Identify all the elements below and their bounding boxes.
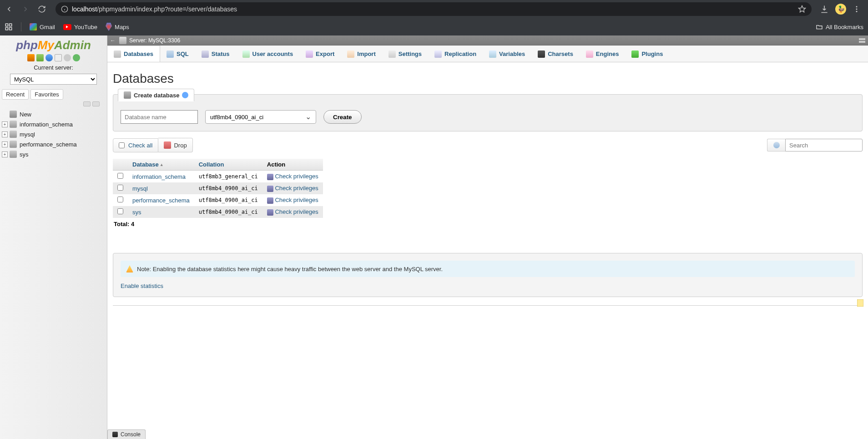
header-database[interactable]: Database	[132, 161, 159, 168]
check-privileges-link[interactable]: Check privileges	[275, 173, 318, 180]
check-all-box[interactable]: Check all	[113, 138, 158, 152]
tab-engines[interactable]: Engines	[580, 45, 626, 62]
create-database-panel: Create database utf8mb4_0900_ai_ci Creat…	[113, 94, 863, 131]
check-privileges-link[interactable]: Check privileges	[275, 197, 318, 203]
variables-icon	[489, 50, 496, 58]
check-privileges-link[interactable]: Check privileges	[275, 208, 318, 215]
replication-icon	[434, 50, 442, 58]
svg-rect-7	[5, 24, 8, 26]
help-icon[interactable]	[182, 92, 188, 98]
bulk-actions-row: Check all Drop	[113, 138, 863, 152]
page-settings-icon[interactable]	[859, 38, 865, 43]
db-link[interactable]: mysql	[132, 185, 148, 192]
row-checkbox[interactable]	[117, 173, 123, 179]
tree-new[interactable]: New	[2, 109, 107, 119]
tab-export[interactable]: Export	[299, 45, 341, 62]
tree-node[interactable]: + performance_schema	[2, 139, 107, 149]
logout-icon[interactable]	[36, 54, 44, 61]
tab-sql[interactable]: SQL	[160, 45, 195, 62]
database-icon	[10, 151, 17, 158]
db-link[interactable]: sys	[132, 209, 141, 216]
collation-select[interactable]: utf8mb4_0900_ai_ci	[205, 110, 316, 124]
console-toggle[interactable]: Console	[107, 429, 146, 439]
search-button[interactable]	[767, 139, 785, 151]
privileges-icon	[267, 186, 273, 192]
profile-avatar[interactable]: 🦆	[835, 4, 846, 15]
star-icon[interactable]	[798, 5, 806, 13]
browser-chrome: localhost/phpmyadmin/index.php?route=/se…	[0, 0, 868, 35]
expand-icon[interactable]: +	[2, 131, 8, 137]
svg-rect-11	[859, 38, 865, 40]
bookmark-youtube[interactable]: YouTube	[63, 24, 97, 30]
server-select[interactable]: MySQL	[10, 74, 97, 85]
enable-statistics-link[interactable]: Enable statistics	[121, 283, 163, 289]
settings-icon[interactable]	[64, 54, 71, 61]
current-server-label: Current server:	[0, 62, 107, 74]
db-link[interactable]: performance_schema	[132, 197, 190, 204]
youtube-icon	[63, 24, 71, 30]
drop-button[interactable]: Drop	[158, 138, 192, 152]
create-database-legend: Create database	[118, 89, 194, 101]
expand-icon[interactable]: +	[2, 121, 8, 127]
database-icon	[10, 141, 17, 148]
address-bar[interactable]: localhost/phpmyadmin/index.php?route=/se…	[56, 2, 812, 16]
tree-node[interactable]: + sys	[2, 149, 107, 159]
tab-variables[interactable]: Variables	[483, 45, 531, 62]
database-name-input[interactable]	[121, 110, 198, 124]
tab-status[interactable]: Status	[195, 45, 236, 62]
create-button[interactable]: Create	[323, 110, 362, 124]
databases-table: Database▲ Collation Action information_s…	[113, 159, 323, 218]
nav-collapse-icon[interactable]: ←	[109, 37, 116, 44]
app: phpMyAdmin Current server: MySQL Recent …	[0, 35, 868, 439]
bookmark-maps[interactable]: Maps	[106, 23, 129, 31]
tab-settings[interactable]: Settings	[382, 45, 428, 62]
databases-icon	[114, 50, 121, 58]
sql-docs-icon[interactable]	[55, 54, 62, 61]
row-checkbox[interactable]	[117, 208, 123, 214]
header-collation[interactable]: Collation	[199, 161, 224, 168]
reload-tree-icon[interactable]	[73, 54, 80, 61]
check-all-link[interactable]: Check all	[128, 142, 152, 149]
svg-rect-9	[5, 28, 8, 30]
downloads-icon[interactable]	[820, 5, 829, 14]
bookmark-page-icon[interactable]	[857, 299, 863, 307]
privileges-icon	[267, 197, 273, 204]
db-link[interactable]: information_schema	[132, 173, 186, 180]
check-privileges-link[interactable]: Check privileges	[275, 185, 318, 192]
tab-favorites[interactable]: Favorites	[30, 89, 63, 100]
kebab-menu-icon[interactable]	[853, 5, 861, 13]
expand-icon[interactable]: +	[2, 151, 8, 157]
topmenu: Databases SQL Status User accounts Expor…	[107, 45, 868, 62]
breadcrumb-server[interactable]: Server: MySQL:3306	[129, 37, 180, 44]
check-all-checkbox[interactable]	[119, 142, 125, 148]
logo[interactable]: phpMyAdmin	[0, 35, 107, 53]
tab-replication[interactable]: Replication	[428, 45, 483, 62]
back-button[interactable]	[4, 4, 15, 15]
apps-icon[interactable]	[5, 23, 13, 31]
link-icon[interactable]	[92, 101, 100, 106]
row-checkbox[interactable]	[117, 185, 123, 191]
tab-recent[interactable]: Recent	[2, 89, 29, 100]
sidebar: phpMyAdmin Current server: MySQL Recent …	[0, 35, 107, 439]
tab-charsets[interactable]: Charsets	[531, 45, 580, 62]
forward-button[interactable]	[20, 4, 31, 15]
bookmark-gmail[interactable]: Gmail	[30, 23, 55, 30]
tab-users[interactable]: User accounts	[236, 45, 300, 62]
search-input[interactable]	[785, 139, 863, 151]
home-icon[interactable]	[27, 54, 35, 61]
all-bookmarks[interactable]: All Bookmarks	[816, 23, 863, 30]
tab-plugins[interactable]: Plugins	[625, 45, 669, 62]
reload-button[interactable]	[36, 4, 47, 15]
svg-rect-8	[10, 24, 12, 26]
engines-icon	[586, 50, 593, 58]
row-checkbox[interactable]	[117, 197, 123, 202]
tree-node[interactable]: + mysql	[2, 129, 107, 139]
tab-databases[interactable]: Databases	[107, 45, 160, 62]
tab-import[interactable]: Import	[341, 45, 382, 62]
docs-icon[interactable]	[45, 54, 53, 61]
new-db-icon	[10, 111, 17, 118]
import-icon	[347, 50, 354, 58]
expand-icon[interactable]: +	[2, 141, 8, 147]
collapse-all-icon[interactable]	[83, 101, 91, 106]
tree-node[interactable]: + information_schema	[2, 119, 107, 129]
